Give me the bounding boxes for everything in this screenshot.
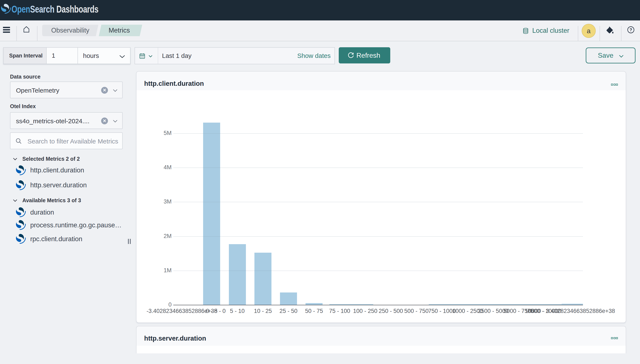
svg-text:?: ? bbox=[630, 28, 632, 32]
